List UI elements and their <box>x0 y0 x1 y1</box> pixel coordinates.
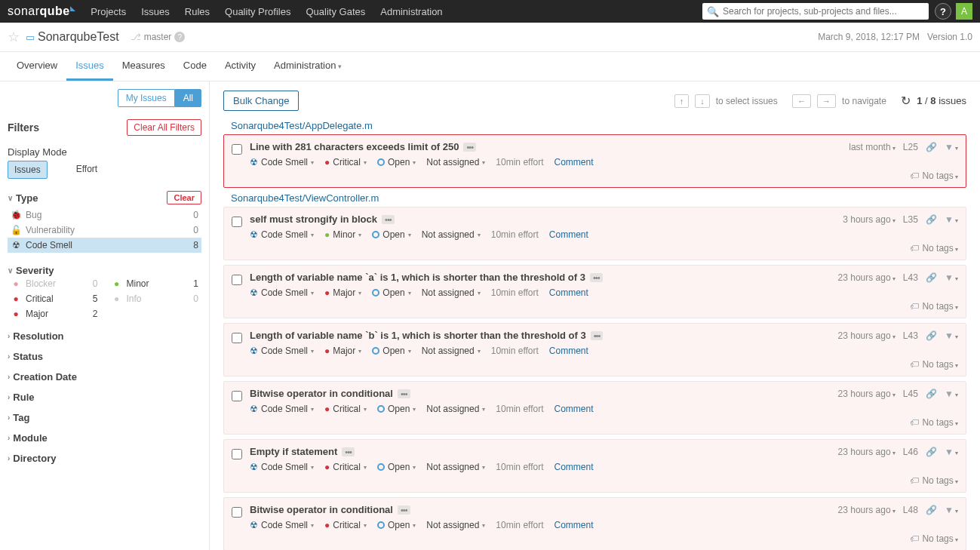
filter-icon[interactable]: ▼ <box>945 505 958 515</box>
facet-module-header[interactable]: ›Module <box>8 432 201 444</box>
facet-status-header[interactable]: ›Status <box>8 351 201 362</box>
comment-link[interactable]: Comment <box>555 157 594 167</box>
permalink-icon[interactable]: 🔗 <box>926 214 937 225</box>
issue-age[interactable]: 23 hours ago <box>838 505 896 515</box>
topnav-link-issues[interactable]: Issues <box>141 6 170 17</box>
more-icon[interactable]: ••• <box>342 447 355 456</box>
permalink-icon[interactable]: 🔗 <box>926 330 937 341</box>
issue-status[interactable]: Open <box>372 229 410 240</box>
facet-type-header[interactable]: ∨ Type Clear <box>8 191 201 204</box>
issue-status[interactable]: Open <box>377 404 416 414</box>
permalink-icon[interactable]: 🔗 <box>926 389 937 399</box>
project-name[interactable]: SonarqubeTest <box>38 30 119 44</box>
comment-link[interactable]: Comment <box>555 462 594 472</box>
issue-type[interactable]: ☢Code Smell <box>250 404 314 414</box>
facet-tag-header[interactable]: ›Tag <box>8 412 201 423</box>
tab-code[interactable]: Code <box>174 52 216 81</box>
issue-assignee[interactable]: Not assigned <box>422 229 481 240</box>
issue-title[interactable]: Length of variable name `b` is 1, which … <box>250 330 586 341</box>
type-code-smell[interactable]: ☢Code Smell8 <box>8 238 201 253</box>
tab-issues[interactable]: Issues <box>66 52 113 81</box>
issue-title[interactable]: Length of variable name `a` is 1, which … <box>250 272 585 283</box>
more-icon[interactable]: ••• <box>398 389 410 398</box>
issue-assignee[interactable]: Not assigned <box>426 157 485 167</box>
issue-checkbox[interactable] <box>232 144 242 155</box>
facet-resolution-header[interactable]: ›Resolution <box>8 330 201 342</box>
file-path[interactable]: Sonarqube4Test/AppDelegate.m <box>223 120 966 131</box>
issue-title[interactable]: Bitwise operator in conditional <box>250 504 393 515</box>
severity-minor[interactable]: ●Minor1 <box>109 276 202 291</box>
permalink-icon[interactable]: 🔗 <box>926 447 937 457</box>
issue-age[interactable]: 23 hours ago <box>838 330 896 341</box>
help-icon[interactable]: ? <box>174 32 185 42</box>
my-issues-toggle[interactable]: My Issues <box>118 89 175 107</box>
file-path[interactable]: Sonarqube4Test/ViewController.m <box>223 192 966 204</box>
issue-card[interactable]: Bitwise operator in conditional•••23 hou… <box>223 381 966 435</box>
issue-tags[interactable]: No tags <box>922 533 958 544</box>
display-mode-issues[interactable]: Issues <box>8 161 48 179</box>
issue-tags[interactable]: No tags <box>922 171 958 181</box>
tab-activity[interactable]: Activity <box>216 52 265 81</box>
issue-type[interactable]: ☢Code Smell <box>250 157 314 167</box>
help-button[interactable]: ? <box>935 3 951 20</box>
comment-link[interactable]: Comment <box>555 520 594 530</box>
issue-tags[interactable]: No tags <box>922 475 958 486</box>
issue-assignee[interactable]: Not assigned <box>422 346 481 356</box>
type-bug[interactable]: 🐞Bug0 <box>8 207 201 223</box>
issue-status[interactable]: Open <box>372 287 410 298</box>
tab-measures[interactable]: Measures <box>113 52 174 81</box>
issue-card[interactable]: Empty if statement•••23 hours agoL46🔗▼☢C… <box>223 439 966 493</box>
issue-checkbox[interactable] <box>232 333 242 343</box>
more-icon[interactable]: ••• <box>590 273 603 282</box>
issue-severity[interactable]: ●Major <box>324 346 361 356</box>
severity-blocker[interactable]: ●Blocker0 <box>8 276 101 291</box>
issue-type[interactable]: ☢Code Smell <box>250 346 314 356</box>
tab-administration[interactable]: Administration <box>265 52 351 81</box>
severity-major[interactable]: ●Major2 <box>8 306 101 321</box>
issue-checkbox[interactable] <box>232 449 242 459</box>
issue-assignee[interactable]: Not assigned <box>426 462 485 472</box>
issue-severity[interactable]: ●Critical <box>324 404 367 414</box>
issue-title[interactable]: self must strongify in block <box>250 214 377 225</box>
issue-age[interactable]: 23 hours ago <box>838 389 896 399</box>
issue-tags[interactable]: No tags <box>922 359 958 370</box>
topnav-link-quality-gates[interactable]: Quality Gates <box>306 6 365 17</box>
issue-type[interactable]: ☢Code Smell <box>250 287 314 298</box>
comment-link[interactable]: Comment <box>555 404 594 414</box>
issue-card[interactable]: self must strongify in block•••3 hours a… <box>223 207 966 260</box>
issue-severity[interactable]: ●Critical <box>324 520 367 530</box>
issue-status[interactable]: Open <box>377 462 416 472</box>
severity-info[interactable]: ●Info0 <box>109 291 202 306</box>
reload-icon[interactable]: ↻ <box>901 94 911 108</box>
topnav-link-quality-profiles[interactable]: Quality Profiles <box>225 6 290 17</box>
issue-card[interactable]: Length of variable name `a` is 1, which … <box>223 265 966 318</box>
issue-type[interactable]: ☢Code Smell <box>250 520 314 530</box>
permalink-icon[interactable]: 🔗 <box>926 505 937 515</box>
tab-overview[interactable]: Overview <box>8 52 66 81</box>
clear-all-filters-button[interactable]: Clear All Filters <box>127 119 201 136</box>
all-issues-toggle[interactable]: All <box>175 89 201 107</box>
issue-age[interactable]: 23 hours ago <box>838 272 896 283</box>
filter-icon[interactable]: ▼ <box>945 447 958 457</box>
issue-status[interactable]: Open <box>377 157 416 167</box>
branch-selector[interactable]: ⎇ master ? <box>131 32 186 42</box>
issue-checkbox[interactable] <box>232 507 242 518</box>
issue-age[interactable]: 23 hours ago <box>838 447 896 457</box>
issue-severity[interactable]: ●Critical <box>324 157 367 167</box>
global-search[interactable]: 🔍 <box>702 3 929 20</box>
issue-assignee[interactable]: Not assigned <box>426 404 485 414</box>
issue-status[interactable]: Open <box>372 346 410 356</box>
favorite-star-icon[interactable]: ☆ <box>8 29 20 45</box>
filter-icon[interactable]: ▼ <box>945 142 958 152</box>
filter-icon[interactable]: ▼ <box>945 214 958 225</box>
issue-age[interactable]: 3 hours ago <box>843 214 896 225</box>
more-icon[interactable]: ••• <box>463 143 476 152</box>
issue-title[interactable]: Line with 281 characters exceeds limit o… <box>250 141 459 152</box>
filter-icon[interactable]: ▼ <box>945 272 958 283</box>
issue-card[interactable]: Bitwise operator in conditional•••23 hou… <box>223 497 966 550</box>
issue-tags[interactable]: No tags <box>922 301 958 312</box>
issue-card[interactable]: Line with 281 characters exceeds limit o… <box>223 134 966 188</box>
severity-critical[interactable]: ●Critical5 <box>8 291 101 306</box>
issue-checkbox[interactable] <box>232 275 242 285</box>
topnav-link-administration[interactable]: Administration <box>380 6 442 17</box>
